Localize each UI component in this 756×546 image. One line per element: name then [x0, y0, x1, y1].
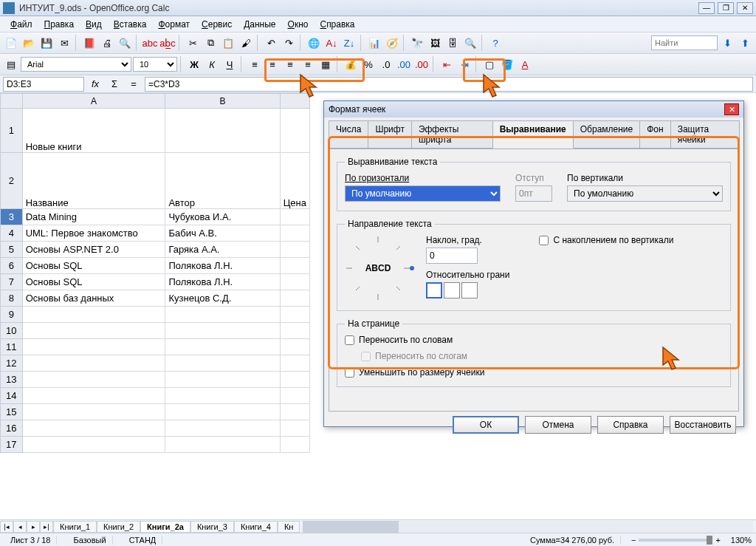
cell-A14[interactable] — [22, 388, 165, 404]
zoom-in-icon[interactable]: + — [715, 536, 720, 545]
cell-C14[interactable] — [280, 388, 309, 404]
cell-C13[interactable] — [280, 372, 309, 388]
function-wizard-button[interactable]: fx — [87, 76, 103, 92]
save-button[interactable]: 💾 — [38, 35, 55, 51]
cell-C12[interactable] — [280, 355, 309, 372]
edge-button-1[interactable] — [426, 282, 442, 298]
cell-A10[interactable] — [22, 323, 165, 339]
row-header-11[interactable]: 11 — [1, 339, 23, 355]
menu-Окно[interactable]: Окно — [282, 18, 315, 31]
dialog-tab-3[interactable]: Выравнивание — [492, 120, 574, 149]
styles-button[interactable]: ▤ — [3, 56, 19, 72]
cell-C6[interactable] — [280, 258, 309, 274]
undo-button[interactable]: ↶ — [263, 35, 279, 51]
minimize-button[interactable]: — — [698, 2, 715, 14]
row-header-2[interactable]: 2 — [1, 153, 23, 209]
decimals-button[interactable]: .0 — [378, 56, 394, 72]
cell-A8[interactable]: Основы баз данных — [22, 290, 165, 307]
col-header-A[interactable]: A — [22, 94, 165, 109]
edge-reference-buttons[interactable] — [426, 282, 492, 298]
cell-C1[interactable] — [280, 109, 309, 153]
align-justify-button[interactable]: ≡ — [300, 56, 316, 72]
merge-cells-button[interactable]: ▦ — [317, 56, 334, 72]
help-button[interactable]: Справка — [597, 416, 664, 434]
cell-C10[interactable] — [280, 323, 309, 339]
sheet-tab-Книги_2а[interactable]: Книги_2а — [140, 521, 190, 533]
search-up-button[interactable]: ⬆ — [737, 35, 753, 51]
sort-desc-button[interactable]: Z↓ — [341, 35, 357, 51]
menu-Файл[interactable]: Файл — [4, 18, 38, 31]
search-down-button[interactable]: ⬇ — [719, 35, 735, 51]
cell-A12[interactable] — [22, 355, 165, 372]
currency-button[interactable]: 💰 — [343, 56, 359, 72]
maximize-button[interactable]: ❐ — [718, 2, 734, 14]
fontcolor-button[interactable]: A — [517, 56, 533, 72]
menu-Справка[interactable]: Справка — [314, 18, 360, 31]
row-header-1[interactable]: 1 — [1, 109, 23, 153]
horizontal-align-select[interactable]: По умолчанию — [345, 185, 501, 202]
sheet-tab-Книги_1[interactable]: Книги_1 — [53, 521, 97, 533]
dialog-tab-2[interactable]: Эффекты шрифта — [411, 120, 493, 149]
dialog-tab-5[interactable]: Фон — [639, 120, 670, 149]
open-button[interactable]: 📂 — [21, 35, 37, 51]
datasources-button[interactable]: 🗄 — [444, 35, 461, 51]
row-header-14[interactable]: 14 — [1, 388, 23, 404]
email-button[interactable]: ✉ — [56, 35, 72, 51]
increase-indent-button[interactable]: ⇥ — [456, 56, 472, 72]
cell-B3[interactable]: Чубукова И.А. — [165, 209, 280, 225]
cell-A7[interactable]: Основы SQL — [22, 274, 165, 290]
underline-button[interactable]: Ч — [221, 56, 238, 72]
menu-Правка[interactable]: Правка — [38, 18, 80, 31]
preview-button[interactable]: 🔍 — [117, 35, 133, 51]
cell-B8[interactable]: Кузнецов С.Д. — [165, 290, 280, 307]
cell-C17[interactable] — [280, 437, 309, 453]
chart-button[interactable]: 📊 — [366, 35, 382, 51]
edge-button-2[interactable] — [444, 282, 460, 298]
cell-A6[interactable]: Основы SQL — [22, 258, 165, 274]
align-center-button[interactable]: ≡ — [264, 56, 281, 72]
rotation-dial[interactable]: ABCD — [345, 235, 411, 301]
corner-cell[interactable] — [1, 94, 23, 109]
menu-Вид[interactable]: Вид — [80, 18, 108, 31]
cell-C8[interactable] — [280, 290, 309, 307]
bgcolor-button[interactable]: 🪣 — [499, 56, 515, 72]
row-header-5[interactable]: 5 — [1, 242, 23, 258]
cell-B5[interactable]: Гаряка А.А. — [165, 242, 280, 258]
sum-button[interactable]: Σ — [106, 76, 123, 92]
cell-A13[interactable] — [22, 372, 165, 388]
cell-C9[interactable] — [280, 307, 309, 323]
search-input[interactable] — [651, 35, 718, 50]
formula-input[interactable] — [145, 77, 753, 92]
dialog-tab-1[interactable]: Шрифт — [368, 120, 411, 149]
angle-input[interactable] — [426, 248, 478, 264]
cell-A16[interactable] — [22, 420, 165, 437]
add-decimal-button[interactable]: .00 — [396, 56, 412, 72]
cell-B2[interactable]: Автор — [165, 153, 280, 209]
borders-button[interactable]: ▢ — [481, 56, 498, 72]
dialog-tab-0[interactable]: Числа — [329, 120, 368, 149]
cell-A3[interactable]: Data Mining — [22, 209, 165, 225]
cell-C16[interactable] — [280, 420, 309, 437]
vertical-align-select[interactable]: По умолчанию — [567, 185, 723, 202]
sheet-tab-Книги_3[interactable]: Книги_3 — [190, 521, 234, 533]
cell-C5[interactable] — [280, 242, 309, 258]
pdf-button[interactable]: 📕 — [81, 35, 97, 51]
row-header-7[interactable]: 7 — [1, 274, 23, 290]
cell-B17[interactable] — [165, 437, 280, 453]
row-header-16[interactable]: 16 — [1, 420, 23, 437]
percent-button[interactable]: % — [360, 56, 377, 72]
decrease-indent-button[interactable]: ⇤ — [439, 56, 455, 72]
cell-A5[interactable]: Основы ASP.NET 2.0 — [22, 242, 165, 258]
zoom-value[interactable]: 130% — [731, 536, 752, 545]
cell-B6[interactable]: Полякова Л.Н. — [165, 258, 280, 274]
cell-C4[interactable] — [280, 225, 309, 242]
tab-nav-first[interactable]: |◂ — [0, 521, 13, 533]
cell-C2[interactable]: Цена — [280, 153, 309, 209]
zoom-out-icon[interactable]: − — [631, 536, 636, 545]
print-button[interactable]: 🖨 — [99, 35, 115, 51]
dialog-close-button[interactable]: ✕ — [724, 103, 739, 115]
new-doc-button[interactable]: 📄 — [3, 35, 19, 51]
col-header-B[interactable]: B — [165, 94, 280, 109]
dialog-tab-4[interactable]: Обрамление — [573, 120, 640, 149]
row-header-3[interactable]: 3 — [1, 209, 23, 225]
